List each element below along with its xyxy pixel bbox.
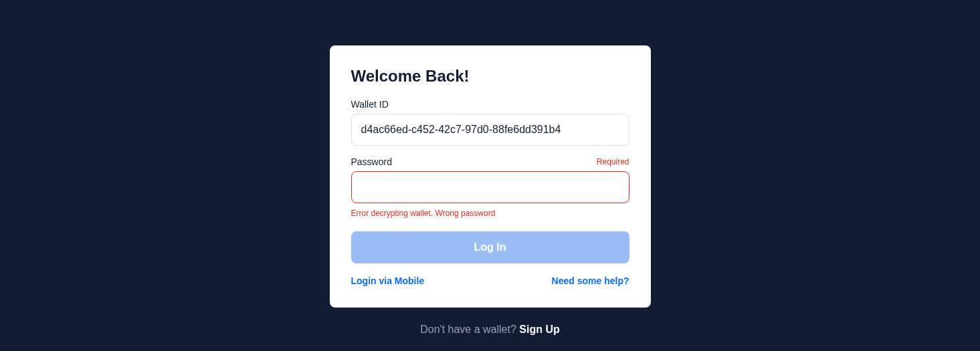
login-button[interactable]: Log In bbox=[351, 231, 629, 263]
password-label: Password bbox=[351, 156, 392, 167]
password-label-row: Password Required bbox=[351, 156, 629, 167]
password-required-tag: Required bbox=[597, 157, 629, 166]
wallet-id-input[interactable] bbox=[351, 114, 629, 146]
password-input[interactable] bbox=[351, 171, 629, 203]
login-card: Welcome Back! Wallet ID Password Require… bbox=[330, 45, 651, 308]
wallet-id-label: Wallet ID bbox=[351, 99, 389, 110]
card-heading: Welcome Back! bbox=[351, 67, 629, 86]
wallet-id-field-group: Wallet ID bbox=[351, 99, 629, 146]
password-error-message: Error decrypting wallet. Wrong password bbox=[351, 209, 629, 218]
footer: Don't have a wallet? Sign Up bbox=[420, 324, 559, 336]
signup-link[interactable]: Sign Up bbox=[519, 324, 559, 335]
footer-prompt: Don't have a wallet? bbox=[420, 324, 519, 335]
password-field-group: Password Required Error decrypting walle… bbox=[351, 156, 629, 218]
links-row: Login via Mobile Need some help? bbox=[351, 275, 629, 286]
login-via-mobile-link[interactable]: Login via Mobile bbox=[351, 275, 425, 286]
wallet-id-label-row: Wallet ID bbox=[351, 99, 629, 110]
need-help-link[interactable]: Need some help? bbox=[552, 275, 629, 286]
